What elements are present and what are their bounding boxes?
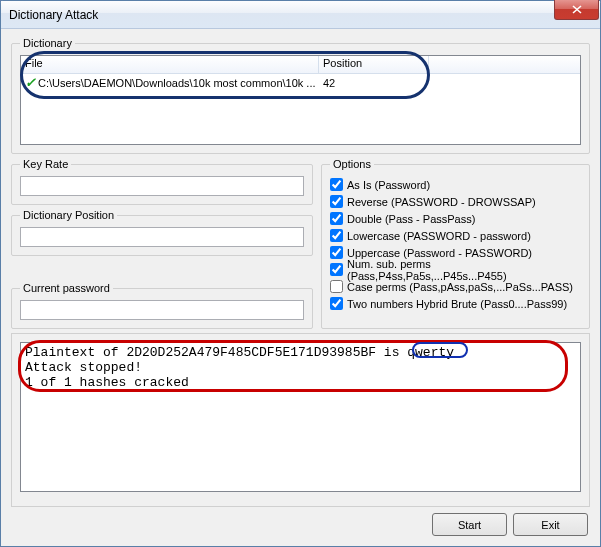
option-row[interactable]: Lowercase (PASSWORD - password)	[330, 227, 581, 244]
close-button[interactable]	[554, 0, 599, 20]
option-label: Double (Pass - PassPass)	[347, 213, 475, 225]
option-checkbox[interactable]	[330, 246, 343, 259]
col-file[interactable]: File	[21, 56, 319, 73]
col-spacer	[429, 56, 580, 73]
option-checkbox[interactable]	[330, 195, 343, 208]
option-label: Case perms (Pass,pAss,paSs,...PaSs...PAS…	[347, 281, 573, 293]
current-password-field[interactable]	[20, 300, 304, 320]
button-row: Start Exit	[11, 511, 590, 536]
output-group: Plaintext of 2D20D252A479F485CDF5E171D93…	[11, 333, 590, 507]
dictionary-position-field[interactable]	[20, 227, 304, 247]
dictionary-position-group: Dictionary Position	[11, 209, 313, 256]
start-button[interactable]: Start	[432, 513, 507, 536]
file-path: C:\Users\DAEMON\Downloads\10k most commo…	[38, 77, 316, 89]
option-checkbox[interactable]	[330, 280, 343, 293]
option-label: Reverse (PASSWORD - DROWSSAP)	[347, 196, 536, 208]
current-password-group: Current password	[11, 282, 313, 329]
option-row[interactable]: Case perms (Pass,pAss,paSs,...PaSs...PAS…	[330, 278, 581, 295]
option-row[interactable]: As Is (Password)	[330, 176, 581, 193]
table-header: File Position	[21, 56, 580, 74]
options-legend: Options	[330, 158, 374, 170]
option-row[interactable]: Double (Pass - PassPass)	[330, 210, 581, 227]
option-label: Two numbers Hybrid Brute (Pass0....Pass9…	[347, 298, 567, 310]
check-icon: ✓	[25, 76, 36, 89]
app-window: Dictionary Attack Dictionary File Positi…	[0, 0, 601, 547]
current-password-legend: Current password	[20, 282, 113, 294]
output-line2: Attack stopped!	[25, 360, 142, 375]
option-checkbox[interactable]	[330, 178, 343, 191]
window-title: Dictionary Attack	[9, 8, 98, 22]
output-textarea[interactable]: Plaintext of 2D20D252A479F485CDF5E171D93…	[20, 342, 581, 492]
table-row[interactable]: ✓ C:\Users\DAEMON\Downloads\10k most com…	[21, 74, 580, 91]
close-icon	[572, 5, 582, 14]
option-label: Num. sub. perms (Pass,P4ss,Pa5s,...P45s.…	[347, 258, 581, 282]
cell-position: 42	[319, 77, 429, 89]
option-checkbox[interactable]	[330, 297, 343, 310]
client-area: Dictionary File Position ✓ C:\Users\DAEM…	[1, 29, 600, 546]
option-label: As Is (Password)	[347, 179, 430, 191]
option-row[interactable]: Reverse (PASSWORD - DROWSSAP)	[330, 193, 581, 210]
middle-row: Key Rate Dictionary Position Current pas…	[11, 158, 590, 329]
key-rate-group: Key Rate	[11, 158, 313, 205]
col-position[interactable]: Position	[319, 56, 429, 73]
option-checkbox[interactable]	[330, 229, 343, 242]
dictionary-group: Dictionary File Position ✓ C:\Users\DAEM…	[11, 37, 590, 154]
option-checkbox[interactable]	[330, 212, 343, 225]
exit-button[interactable]: Exit	[513, 513, 588, 536]
option-checkbox[interactable]	[330, 263, 343, 276]
dictionary-position-legend: Dictionary Position	[20, 209, 117, 221]
key-rate-field[interactable]	[20, 176, 304, 196]
output-line1-prefix: Plaintext of 2D20D252A479F485CDF5E171D93…	[25, 345, 407, 360]
key-rate-legend: Key Rate	[20, 158, 71, 170]
option-label: Lowercase (PASSWORD - password)	[347, 230, 531, 242]
titlebar: Dictionary Attack	[1, 1, 600, 29]
output-line3: 1 of 1 hashes cracked	[25, 375, 189, 390]
options-group: Options As Is (Password)Reverse (PASSWOR…	[321, 158, 590, 329]
dictionary-table[interactable]: File Position ✓ C:\Users\DAEMON\Download…	[20, 55, 581, 145]
dictionary-legend: Dictionary	[20, 37, 75, 49]
option-row[interactable]: Two numbers Hybrid Brute (Pass0....Pass9…	[330, 295, 581, 312]
cell-file: ✓ C:\Users\DAEMON\Downloads\10k most com…	[21, 76, 319, 89]
option-row[interactable]: Num. sub. perms (Pass,P4ss,Pa5s,...P45s.…	[330, 261, 581, 278]
output-result: qwerty	[407, 345, 454, 360]
